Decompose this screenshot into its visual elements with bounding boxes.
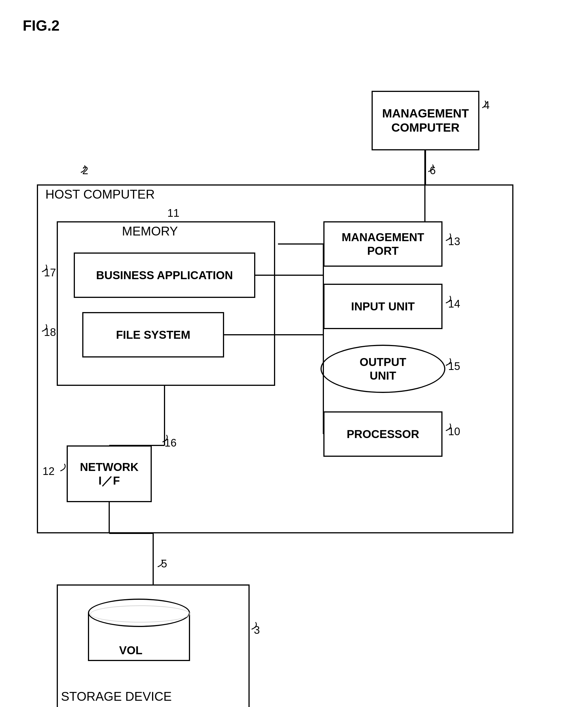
file-system-label: FILE SYSTEM — [116, 329, 190, 341]
management-computer-label: MANAGEMENTCOMPUTER — [382, 106, 469, 135]
network-if-label: NETWORKI／F — [80, 460, 139, 487]
input-unit-box: INPUT UNIT — [323, 284, 443, 329]
output-unit-box: OUTPUTUNIT — [320, 345, 445, 393]
ref-18: 18 — [44, 326, 56, 338]
business-application-box: BUSINESS APPLICATION — [74, 252, 255, 298]
memory-label: MEMORY — [122, 224, 178, 238]
management-port-label: MANAGEMENTPORT — [342, 230, 424, 258]
host-computer-label: HOST COMPUTER — [45, 187, 154, 201]
ref-11: 11 — [167, 207, 179, 219]
processor-box: PROCESSOR — [323, 411, 443, 457]
storage-device-label: STORAGE DEVICE — [61, 689, 172, 704]
ref-12: 12 — [42, 465, 55, 477]
management-computer-box: MANAGEMENTCOMPUTER — [372, 91, 479, 150]
ref-14: 14 — [448, 298, 460, 310]
ref-3: 3 — [254, 624, 260, 636]
figure-title: FIG.2 — [23, 17, 60, 34]
network-if-box: NETWORKI／F — [67, 445, 152, 502]
output-unit-label: OUTPUTUNIT — [360, 355, 406, 382]
file-system-box: FILE SYSTEM — [82, 312, 224, 358]
ref-17: 17 — [44, 267, 56, 279]
memory-box — [57, 221, 275, 386]
ref-15: 15 — [448, 360, 460, 372]
vol-label: VOL — [119, 644, 142, 657]
svg-text:5: 5 — [161, 558, 167, 570]
processor-label: PROCESSOR — [347, 428, 419, 441]
ref-16: 16 — [165, 437, 176, 449]
ref-2: 2 — [82, 165, 88, 177]
management-port-box: MANAGEMENTPORT — [323, 221, 443, 267]
business-application-label: BUSINESS APPLICATION — [96, 269, 233, 282]
vol-cylinder-top-inner — [90, 605, 190, 622]
ref-4: 4 — [484, 99, 490, 111]
ref-10: 10 — [448, 426, 460, 438]
vol-cylinder — [88, 599, 190, 672]
vol-cylinder-top — [88, 599, 190, 627]
input-unit-label: INPUT UNIT — [351, 300, 415, 313]
ref-13: 13 — [448, 235, 460, 248]
ref-6: 6 — [430, 165, 436, 177]
